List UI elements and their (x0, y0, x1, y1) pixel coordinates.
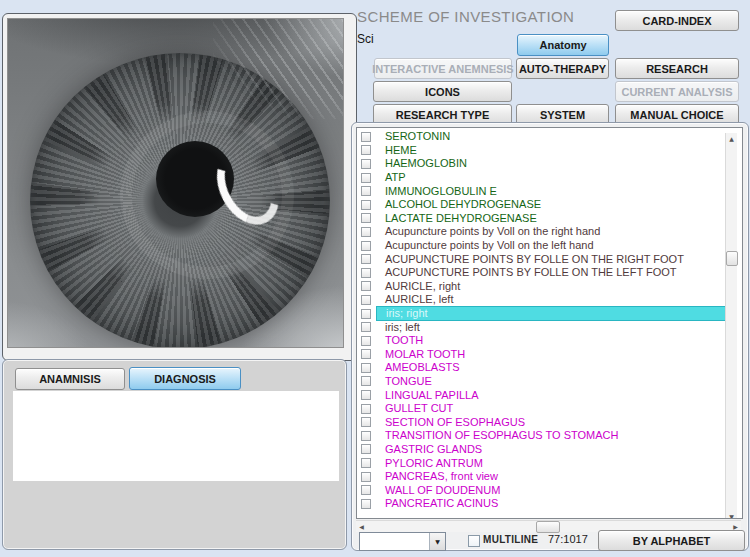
item-label-wrap: iris; right (376, 306, 730, 322)
item-checkbox[interactable] (361, 200, 371, 210)
item-label: HEME (385, 144, 417, 157)
item-checkbox[interactable] (361, 241, 371, 251)
list-item[interactable]: ATP (357, 171, 730, 185)
list-item[interactable]: GULLET CUT (357, 402, 730, 416)
item-checkbox[interactable] (361, 268, 371, 278)
vertical-scrollbar[interactable]: ▲ ▼ (725, 133, 737, 519)
list-item[interactable]: WALL OF DOUDENUM (357, 483, 730, 497)
item-label-wrap: TONGUE (376, 375, 730, 389)
item-label: LACTATE DEHYDROGENASE (385, 212, 537, 225)
item-checkbox[interactable] (361, 444, 371, 454)
item-label: PANCREAS, front view (385, 470, 498, 483)
item-checkbox[interactable] (361, 349, 371, 359)
item-checkbox[interactable] (361, 281, 371, 291)
item-checkbox[interactable] (361, 458, 371, 468)
item-checkbox[interactable] (361, 390, 371, 400)
card-index-button[interactable]: CARD-INDEX (615, 10, 739, 31)
filter-combobox[interactable]: ▼ (359, 532, 446, 551)
scroll-down-icon[interactable]: ▼ (726, 511, 737, 519)
item-checkbox[interactable] (361, 159, 371, 169)
multiline-checkbox[interactable] (468, 535, 480, 547)
item-checkbox[interactable] (361, 322, 371, 332)
item-checkbox[interactable] (361, 254, 371, 264)
item-label: HAEMOGLOBIN (385, 157, 467, 170)
list-item[interactable]: iris; left (357, 320, 730, 334)
item-label: ALCOHOL DEHYDROGENASE (385, 198, 541, 211)
item-label-wrap: TOOTH (376, 334, 730, 348)
list-item[interactable]: TRANSITION OF ESOPHAGUS TO STOMACH (357, 429, 730, 443)
diagnosis-tab-button[interactable]: DIAGNOSIS (129, 367, 241, 390)
item-label-wrap: LACTATE DEHYDROGENASE (376, 212, 730, 226)
research-button[interactable]: RESEARCH (615, 58, 739, 79)
item-checkbox[interactable] (361, 227, 371, 237)
list-item[interactable]: AURICLE, left (357, 293, 730, 307)
chevron-down-icon[interactable]: ▼ (429, 533, 445, 550)
scroll-up-icon[interactable]: ▲ (726, 133, 737, 143)
list-item[interactable]: AURICLE, right (357, 280, 730, 294)
list-item[interactable]: TONGUE (357, 375, 730, 389)
list-item[interactable]: MOLAR TOOTH (357, 348, 730, 362)
anamnisis-tab-button[interactable]: ANAMNISIS (15, 368, 125, 390)
current-analysis-button: CURRENT ANALYSIS (615, 81, 739, 102)
combobox-value (360, 533, 429, 550)
list-item[interactable]: LACTATE DEHYDROGENASE (357, 212, 730, 226)
item-checkbox[interactable] (361, 404, 371, 414)
item-label-wrap: PANCREATIC ACINUS (376, 497, 730, 511)
item-label: Acupuncture points by Voll on the left h… (385, 239, 594, 252)
item-label: iris; right (386, 307, 428, 320)
item-checkbox[interactable] (361, 336, 371, 346)
item-label: ATP (385, 171, 406, 184)
list-item[interactable]: ACUPUNCTURE POINTS BY FOLLE ON THE RIGHT… (357, 252, 730, 266)
list-item[interactable]: GASTRIC GLANDS (357, 443, 730, 457)
list-item[interactable]: iris; right (357, 307, 730, 321)
item-checkbox[interactable] (361, 376, 371, 386)
list-item[interactable]: SEROTONIN (357, 130, 730, 144)
icons-button[interactable]: ICONS (373, 81, 512, 102)
item-label-wrap: iris; left (376, 320, 730, 334)
by-alphabet-button[interactable]: BY ALPHABET (598, 530, 745, 551)
item-label: AURICLE, left (385, 293, 453, 306)
list-item[interactable]: PYLORIC ANTRUM (357, 456, 730, 470)
list-item[interactable]: LINGUAL PAPILLA (357, 388, 730, 402)
item-label: IMMUNOGLOBULIN E (385, 185, 497, 198)
list-item[interactable]: IMMUNOGLOBULIN E (357, 184, 730, 198)
list-item[interactable]: AMEOBLASTS (357, 361, 730, 375)
item-checkbox[interactable] (361, 186, 371, 196)
item-checkbox[interactable] (361, 485, 371, 495)
list-item[interactable]: HEME (357, 144, 730, 158)
item-checkbox[interactable] (361, 132, 371, 142)
horizontal-scrollbar-thumb[interactable] (536, 521, 560, 533)
item-label-wrap: AMEOBLASTS (376, 361, 730, 375)
item-checkbox[interactable] (361, 363, 371, 373)
item-checkbox[interactable] (361, 295, 371, 305)
diagnosis-text-area[interactable] (13, 391, 339, 481)
list-item[interactable]: SECTION OF ESOPHAGUS (357, 415, 730, 429)
item-checkbox[interactable] (361, 472, 371, 482)
item-checkbox[interactable] (361, 173, 371, 183)
item-label: PYLORIC ANTRUM (385, 457, 483, 470)
list-item[interactable]: Acupuncture points by Voll on the left h… (357, 239, 730, 253)
auto-therapy-button[interactable]: AUTO-THERAPY (516, 58, 609, 79)
list-item[interactable]: TOOTH (357, 334, 730, 348)
item-checkbox[interactable] (361, 499, 371, 509)
list-item[interactable]: Acupuncture points by Voll on the right … (357, 225, 730, 239)
item-label-wrap: SECTION OF ESOPHAGUS (376, 415, 730, 429)
scheme-abbreviation: Sci (357, 32, 374, 46)
item-checkbox[interactable] (361, 213, 371, 223)
list-item[interactable]: PANCREATIC ACINUS (357, 497, 730, 511)
item-label-wrap: ACUPUNCTURE POINTS BY FOLLE ON THE RIGHT… (376, 252, 730, 266)
scroll-left-icon[interactable]: ◀ (356, 521, 367, 532)
item-label-wrap: ATP (376, 171, 730, 185)
item-checkbox[interactable] (361, 431, 371, 441)
item-checkbox[interactable] (361, 145, 371, 155)
vertical-scrollbar-thumb[interactable] (726, 251, 738, 266)
item-label-wrap: MOLAR TOOTH (376, 348, 730, 362)
list-item[interactable]: ACUPUNCTURE POINTS BY FOLLE ON THE LEFT … (357, 266, 730, 280)
list-item[interactable]: ALCOHOL DEHYDROGENASE (357, 198, 730, 212)
list-item[interactable]: PANCREAS, front view (357, 470, 730, 484)
item-checkbox[interactable] (361, 309, 371, 319)
anatomy-button[interactable]: Anatomy (517, 34, 609, 56)
list-item[interactable]: HAEMOGLOBIN (357, 157, 730, 171)
item-checkbox[interactable] (361, 417, 371, 427)
iris-photo[interactable] (7, 18, 344, 348)
